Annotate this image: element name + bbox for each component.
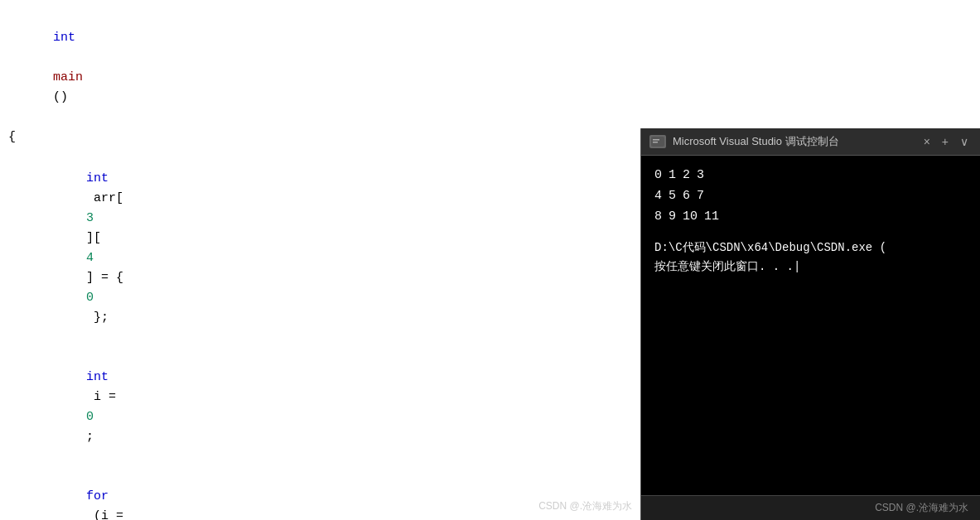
terminal-path: D:\C代码\CSDN\x64\Debug\CSDN.exe ( bbox=[654, 238, 967, 258]
output-6: 6 bbox=[683, 186, 690, 207]
code-line-1: int main () bbox=[0, 8, 980, 128]
terminal-title-text: Microsoft Visual Studio 调试控制台 bbox=[673, 134, 839, 149]
output-1: 1 bbox=[669, 166, 676, 186]
output-4: 4 bbox=[654, 186, 662, 207]
output-2: 2 bbox=[683, 166, 690, 186]
terminal-chevron-button[interactable]: ∨ bbox=[957, 133, 972, 150]
output-row-1: 0 1 2 3 bbox=[654, 166, 967, 186]
terminal-icon bbox=[649, 135, 666, 148]
output-8: 8 bbox=[654, 207, 662, 228]
output-5: 5 bbox=[669, 186, 676, 207]
terminal-body: 0 1 2 3 4 5 6 7 8 9 10 11 D:\C代码\CSDN\x6… bbox=[641, 156, 980, 495]
watermark: CSDN @.沧海难为水 bbox=[538, 499, 632, 513]
output-7: 7 bbox=[697, 186, 704, 207]
output-row-2: 4 5 6 7 bbox=[654, 186, 967, 207]
terminal-close-button[interactable]: × bbox=[920, 133, 934, 150]
output-3: 3 bbox=[697, 166, 704, 186]
svg-rect-2 bbox=[653, 142, 658, 143]
terminal-panel: Microsoft Visual Studio 调试控制台 × + ∨ 0 1 … bbox=[640, 128, 980, 520]
output-11: 11 bbox=[704, 207, 719, 228]
terminal-titlebar: Microsoft Visual Studio 调试控制台 × + ∨ bbox=[641, 128, 980, 156]
terminal-controls: × + ∨ bbox=[920, 133, 972, 150]
output-0: 0 bbox=[654, 166, 662, 186]
terminal-footer-watermark: CSDN @.沧海难为水 bbox=[875, 502, 968, 513]
terminal-add-button[interactable]: + bbox=[939, 133, 952, 150]
svg-rect-1 bbox=[653, 139, 659, 141]
output-9: 9 bbox=[669, 207, 676, 228]
terminal-footer: CSDN @.沧海难为水 bbox=[641, 495, 980, 520]
terminal-prompt: 按任意键关闭此窗口. . .| bbox=[654, 258, 967, 277]
output-10: 10 bbox=[683, 207, 698, 228]
output-row-3: 8 9 10 11 bbox=[654, 207, 967, 228]
terminal-title-left: Microsoft Visual Studio 调试控制台 bbox=[649, 134, 839, 149]
